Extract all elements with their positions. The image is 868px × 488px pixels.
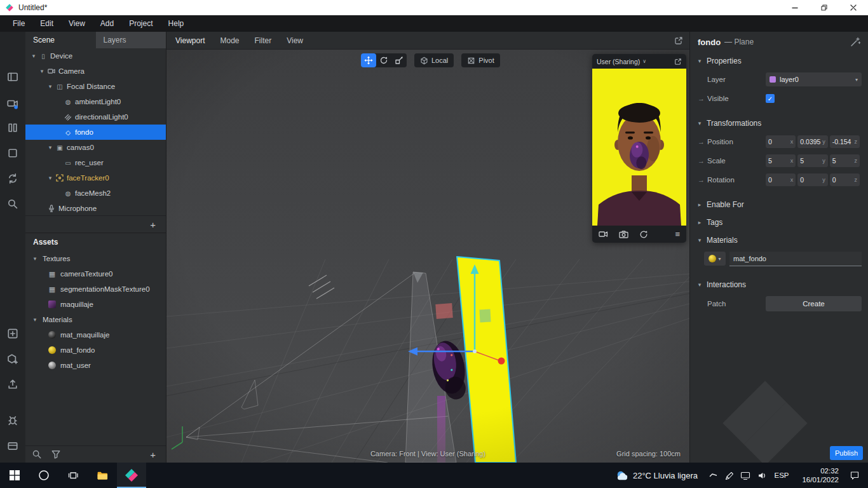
section-materials[interactable]: ▾ Materials <box>690 231 868 249</box>
viewport-menu-mode[interactable]: Mode <box>212 36 247 45</box>
tree-item-microphone[interactable]: Microphone <box>25 201 166 216</box>
menu-edit[interactable]: Edit <box>32 19 61 28</box>
search-icon[interactable] <box>32 449 42 459</box>
chevron-down-icon[interactable]: ∨ <box>642 58 646 64</box>
asset-item-segmentationmasktexture0[interactable]: ▦ segmentationMaskTexture0 <box>25 281 166 297</box>
tree-item-device[interactable]: ▾ ▯ Device <box>25 48 166 64</box>
publish-button[interactable]: Publish <box>830 446 863 460</box>
rotate-tool-button[interactable] <box>376 53 391 67</box>
assets-group-textures[interactable]: ▾ Textures <box>25 251 166 266</box>
visible-checkbox[interactable]: ✓ <box>766 94 775 103</box>
cortana-button[interactable] <box>29 463 58 488</box>
add-object-button[interactable]: + <box>150 219 156 230</box>
popout-icon[interactable] <box>674 58 682 65</box>
patchable-arrow-icon[interactable]: → <box>698 157 707 165</box>
asset-item-maquillaje[interactable]: maquillaje <box>25 297 166 312</box>
add-asset-button[interactable]: + <box>150 449 156 460</box>
scale-y-field[interactable]: 5y <box>797 154 827 167</box>
asset-item-mat-fondo[interactable]: mat_fondo <box>25 342 166 358</box>
position-z-field[interactable]: -0.154z <box>830 135 860 148</box>
close-button[interactable] <box>839 0 868 15</box>
menu-add[interactable]: Add <box>93 19 121 28</box>
sync-icon[interactable] <box>7 173 18 184</box>
reset-rotate-icon[interactable] <box>639 230 649 238</box>
video-device-icon[interactable] <box>7 98 18 109</box>
scale-z-field[interactable]: 5z <box>830 154 860 167</box>
tray-pen-button[interactable] <box>721 463 737 488</box>
menu-file[interactable]: File <box>5 19 32 28</box>
split-view-icon[interactable] <box>7 122 18 133</box>
local-space-dropdown[interactable]: Local <box>414 53 454 67</box>
viewport-menu-view[interactable]: View <box>279 36 311 45</box>
section-tags[interactable]: ▸ Tags <box>690 214 868 231</box>
frame-icon[interactable] <box>7 147 18 159</box>
rotation-x-field[interactable]: 0x <box>766 173 796 186</box>
create-patch-button[interactable]: Create <box>766 296 862 311</box>
tray-display-button[interactable] <box>737 463 754 488</box>
asset-item-mat-maquillaje[interactable]: mat_maquillaje <box>25 327 166 342</box>
weather-widget[interactable]: 22°C Lluvia ligera <box>609 463 704 488</box>
tree-item-focal-distance[interactable]: ▾ ◫ Focal Distance <box>25 79 166 94</box>
position-y-field[interactable]: 0.0395y <box>797 135 827 148</box>
chevron-down-icon[interactable]: ▾ <box>46 83 55 90</box>
minimize-button[interactable] <box>780 0 810 15</box>
section-transformations[interactable]: ▾ Transformations <box>690 114 868 132</box>
layer-dropdown[interactable]: layer0 ▾ <box>766 72 862 86</box>
pivot-dropdown[interactable]: Pivot <box>461 53 499 67</box>
video-camera-icon[interactable] <box>599 230 608 238</box>
add-block-icon[interactable] <box>7 328 18 339</box>
chevron-down-icon[interactable]: ▾ <box>46 144 55 151</box>
section-enable-for[interactable]: ▸ Enable For <box>690 196 868 214</box>
material-name-field[interactable]: mat_fondo <box>729 252 862 266</box>
add-asset-cube-icon[interactable] <box>7 353 18 365</box>
menu-help[interactable]: Help <box>161 19 192 28</box>
spark-ar-taskbar-button[interactable] <box>117 463 146 488</box>
tab-scene[interactable]: Scene <box>25 32 96 48</box>
tree-item-facemesh2[interactable]: ◍ faceMesh2 <box>25 186 166 201</box>
taskbar-clock[interactable]: 02:32 16/01/2022 <box>793 466 841 484</box>
restore-button[interactable] <box>810 0 839 15</box>
move-tool-button[interactable] <box>361 53 376 67</box>
patchable-arrow-icon[interactable]: → <box>698 95 707 102</box>
asset-item-mat-user[interactable]: mat_user <box>25 358 166 373</box>
material-dropdown[interactable]: ▾ <box>704 252 726 266</box>
language-indicator[interactable]: ESP <box>770 471 793 479</box>
rotation-y-field[interactable]: 0y <box>797 173 827 186</box>
filter-icon[interactable] <box>51 449 61 459</box>
file-explorer-button[interactable] <box>88 463 117 488</box>
tree-item-directionallight0[interactable]: directionalLight0 <box>25 109 166 125</box>
position-x-field[interactable]: 0x <box>766 135 796 148</box>
scale-x-field[interactable]: 5x <box>766 154 796 167</box>
chevron-down-icon[interactable]: ▾ <box>29 53 38 59</box>
task-view-button[interactable] <box>58 463 88 488</box>
action-center-button[interactable] <box>841 463 868 488</box>
export-icon[interactable] <box>7 379 18 390</box>
hamburger-menu-icon[interactable]: ≡ <box>675 229 680 239</box>
search-icon[interactable] <box>7 198 18 210</box>
tray-expand-button[interactable] <box>704 463 721 488</box>
chevron-down-icon[interactable]: ▾ <box>31 255 39 262</box>
patchable-arrow-icon[interactable]: → <box>698 176 707 184</box>
test-device-bug-icon[interactable] <box>7 414 18 426</box>
photo-camera-icon[interactable] <box>619 230 628 238</box>
viewport-menu-filter[interactable]: Filter <box>247 36 280 45</box>
menu-project[interactable]: Project <box>121 19 160 28</box>
tab-layers[interactable]: Layers <box>96 32 166 48</box>
section-properties[interactable]: ▾ Properties <box>690 52 868 70</box>
scale-tool-button[interactable] <box>391 53 407 67</box>
chevron-down-icon[interactable]: ▾ <box>46 175 55 181</box>
tree-item-fondo[interactable]: ◇ fondo <box>25 125 166 140</box>
layout-panels-icon[interactable] <box>7 71 18 83</box>
tree-item-canvas0[interactable]: ▾ ▣ canvas0 <box>25 140 166 155</box>
chevron-down-icon[interactable]: ▾ <box>37 68 46 74</box>
chevron-down-icon[interactable]: ▾ <box>31 316 39 323</box>
magic-wand-icon[interactable] <box>850 37 860 47</box>
tree-item-facetracker0[interactable]: ▾ faceTracker0 <box>25 170 166 186</box>
tree-item-ambientlight0[interactable]: ◍ ambientLight0 <box>25 94 166 109</box>
popout-icon[interactable] <box>674 36 683 45</box>
camera-source-dropdown[interactable]: User (Sharing) <box>597 58 640 65</box>
start-button[interactable] <box>0 463 29 488</box>
card-icon[interactable] <box>7 440 18 452</box>
rotation-z-field[interactable]: 0z <box>830 173 860 186</box>
assets-group-materials[interactable]: ▾ Materials <box>25 312 166 327</box>
